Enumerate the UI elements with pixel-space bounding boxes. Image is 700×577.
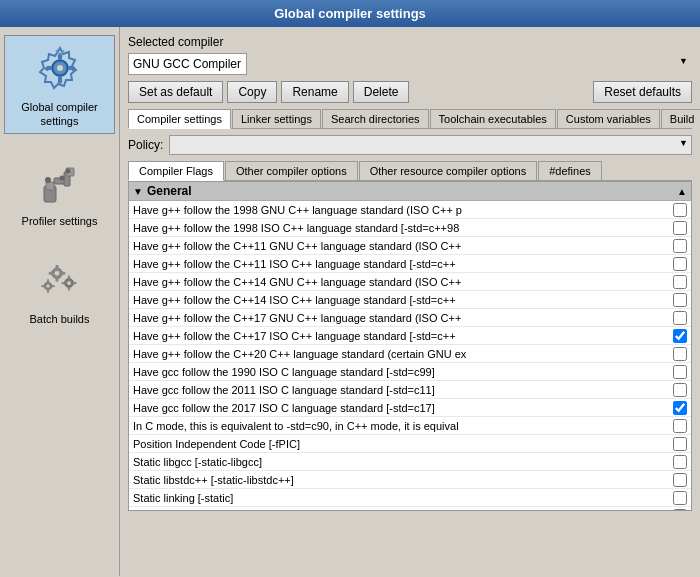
svg-point-16 (45, 177, 51, 183)
flag-row: Static libgcc [-static-libgcc] (129, 453, 691, 471)
flag-label: Have g++ follow the C++17 ISO C++ langua… (133, 330, 669, 342)
tab-toolchain-executables[interactable]: Toolchain executables (430, 109, 556, 128)
delete-button[interactable]: Delete (353, 81, 410, 103)
tab-linker-settings[interactable]: Linker settings (232, 109, 321, 128)
flag-row: In C mode, this is equivalent to -std=c9… (129, 417, 691, 435)
selected-compiler-label: Selected compiler (128, 35, 692, 49)
flag-label: Position Independent Code [-fPIC] (133, 438, 669, 450)
svg-rect-28 (67, 287, 69, 290)
svg-point-18 (65, 168, 70, 173)
section-label: General (147, 184, 192, 198)
flag-checkbox[interactable] (673, 383, 687, 397)
flag-checkbox[interactable] (673, 365, 687, 379)
flag-row: Have gcc follow the 1990 ISO C language … (129, 363, 691, 381)
flag-label: Static libstdc++ [-static-libstdc++] (133, 474, 669, 486)
flag-label: Have g++ follow the 1998 ISO C++ languag… (133, 222, 669, 234)
flag-label: Have g++ follow the 1998 GNU C++ languag… (133, 204, 669, 216)
flag-row: Have g++ follow the C++20 C++ language s… (129, 345, 691, 363)
policy-select[interactable] (169, 135, 692, 155)
svg-rect-24 (61, 272, 65, 275)
flag-row: Have g++ follow the 1998 GNU C++ languag… (129, 201, 691, 219)
svg-rect-23 (48, 272, 52, 275)
svg-rect-36 (51, 285, 54, 287)
flag-checkbox[interactable] (673, 473, 687, 487)
flag-checkbox[interactable] (673, 221, 687, 235)
profiler-icon (32, 154, 88, 210)
svg-point-32 (46, 284, 49, 287)
svg-point-20 (54, 271, 59, 276)
content-area: Selected compiler GNU GCC Compiler Set a… (120, 27, 700, 576)
flag-checkbox[interactable] (673, 419, 687, 433)
svg-rect-27 (67, 275, 69, 278)
tab-search-directories[interactable]: Search directories (322, 109, 429, 128)
flag-label: Have g++ follow the C++20 C++ language s… (133, 348, 669, 360)
batch-icon (32, 252, 88, 308)
flag-label: Have gcc follow the 2011 ISO C language … (133, 384, 669, 396)
flag-label: Have g++ follow the C++11 ISO C++ langua… (133, 258, 669, 270)
title-bar: Global compiler settings (0, 0, 700, 27)
flag-checkbox[interactable] (673, 293, 687, 307)
flag-label: Have g++ follow the C++14 ISO C++ langua… (133, 294, 669, 306)
svg-rect-22 (55, 278, 58, 282)
tab-compiler-settings[interactable]: Compiler settings (128, 109, 231, 129)
flag-checkbox[interactable] (673, 401, 687, 415)
sidebar-item-label-profiler: Profiler settings (22, 214, 98, 228)
flag-row: Static libstdc++ [-static-libstdc++] (129, 471, 691, 489)
svg-rect-21 (55, 265, 58, 269)
flag-checkbox[interactable] (673, 491, 687, 505)
flag-label: Have g++ follow the C++14 GNU C++ langua… (133, 276, 669, 288)
svg-rect-35 (41, 285, 44, 287)
flag-row: Position Independent Code [-fPIC] (129, 435, 691, 453)
flag-label: In C mode, this is equivalent to -std=c9… (133, 420, 669, 432)
flag-label: Have g++ follow the C++11 GNU C++ langua… (133, 240, 669, 252)
sidebar-item-batch[interactable]: Batch builds (4, 248, 115, 330)
sidebar-item-global-compiler[interactable]: Global compilersettings (4, 35, 115, 134)
flag-label: Static linking [-static] (133, 492, 669, 504)
flag-row: Static linking [-static] (129, 489, 691, 507)
flag-checkbox[interactable] (673, 509, 687, 512)
compiler-select[interactable]: GNU GCC Compiler (128, 53, 247, 75)
flag-checkbox[interactable] (673, 203, 687, 217)
sub-tab-compiler-flags[interactable]: Compiler Flags (128, 161, 224, 181)
svg-rect-34 (46, 290, 48, 293)
sub-tabs: Compiler Flags Other compiler options Ot… (128, 161, 692, 181)
flag-checkbox[interactable] (673, 311, 687, 325)
policy-label: Policy: (128, 138, 163, 152)
flag-label: Have gcc follow the 2017 ISO C language … (133, 402, 669, 414)
svg-rect-33 (46, 279, 48, 282)
svg-point-17 (59, 175, 64, 180)
sub-tab-defines[interactable]: #defines (538, 161, 602, 180)
section-collapse-icon[interactable]: ▼ (133, 186, 143, 197)
flag-checkbox[interactable] (673, 239, 687, 253)
flag-label: Have gcc follow the 1990 ISO C language … (133, 366, 669, 378)
tab-build[interactable]: Build (661, 109, 700, 128)
flag-row: Have g++ follow the C++14 GNU C++ langua… (129, 273, 691, 291)
svg-point-2 (57, 65, 63, 71)
flag-row: Have g++ follow the C++17 ISO C++ langua… (129, 327, 691, 345)
sidebar-item-label-global: Global compilersettings (21, 100, 97, 129)
svg-rect-12 (46, 182, 54, 190)
flag-label: Target x86 (32bit) [-m32] (133, 510, 669, 512)
flag-checkbox[interactable] (673, 347, 687, 361)
sidebar-item-profiler[interactable]: Profiler settings (4, 150, 115, 232)
main-tabs: Compiler settings Linker settings Search… (128, 109, 692, 129)
flag-checkbox[interactable] (673, 455, 687, 469)
flag-row: Have g++ follow the C++17 GNU C++ langua… (129, 309, 691, 327)
sidebar: Global compilersettings Profiler setting… (0, 27, 120, 576)
flag-checkbox[interactable] (673, 437, 687, 451)
scroll-up-icon[interactable]: ▲ (677, 186, 687, 197)
flag-row: Have g++ follow the 1998 ISO C++ languag… (129, 219, 691, 237)
sub-tab-other-resource[interactable]: Other resource compiler options (359, 161, 538, 180)
copy-button[interactable]: Copy (227, 81, 277, 103)
flag-checkbox[interactable] (673, 329, 687, 343)
sub-tab-other-compiler[interactable]: Other compiler options (225, 161, 358, 180)
flag-row: Have g++ follow the C++14 ISO C++ langua… (129, 291, 691, 309)
flag-checkbox[interactable] (673, 257, 687, 271)
tab-custom-variables[interactable]: Custom variables (557, 109, 660, 128)
set-as-default-button[interactable]: Set as default (128, 81, 223, 103)
flag-label: Have g++ follow the C++17 GNU C++ langua… (133, 312, 669, 324)
rename-button[interactable]: Rename (281, 81, 348, 103)
reset-defaults-button[interactable]: Reset defaults (593, 81, 692, 103)
flag-checkbox[interactable] (673, 275, 687, 289)
svg-rect-30 (73, 282, 76, 284)
